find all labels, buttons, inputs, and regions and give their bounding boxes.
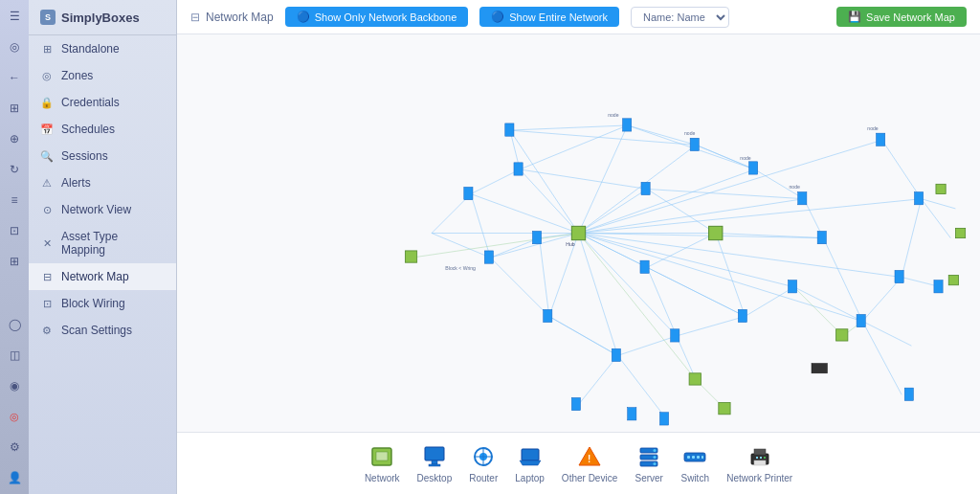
legend-item-network-printer[interactable]: Network Printer	[726, 443, 792, 483]
sidebar-item-credentials[interactable]: 🔒 Credentials	[29, 89, 176, 116]
svg-text:node: node	[608, 112, 619, 118]
svg-line-28	[823, 238, 862, 322]
list-icon[interactable]: ≡	[6, 191, 23, 209]
network-map-area[interactable]: Hub	[177, 34, 980, 432]
notification-icon[interactable]: ◎	[6, 408, 23, 425]
svg-line-0	[510, 130, 579, 233]
legend-item-other-device[interactable]: ! Other Device	[562, 443, 617, 483]
add-circle-icon[interactable]: ⊕	[6, 130, 23, 147]
svg-rect-138	[754, 449, 766, 455]
sidebar-item-alerts[interactable]: ⚠ Alerts	[29, 169, 176, 196]
sidebar-item-asset-type-mapping[interactable]: ✕ Asset Type Mapping	[29, 223, 176, 263]
svg-line-46	[745, 287, 793, 317]
save-network-map-button[interactable]: 💾 Save Network Map	[836, 7, 967, 27]
sidebar-item-scan-settings[interactable]: ⚙ Scan Settings	[29, 317, 176, 344]
svg-rect-71	[571, 226, 585, 239]
back-icon[interactable]: ←	[6, 69, 23, 86]
svg-line-12	[471, 194, 579, 234]
network-graph: Hub	[177, 34, 980, 432]
globe-icon[interactable]: ◎	[6, 38, 23, 56]
svg-line-33	[677, 316, 746, 335]
svg-rect-134	[692, 456, 695, 459]
legend-item-server[interactable]: Server	[635, 443, 663, 483]
save-icon: 💾	[848, 11, 861, 23]
svg-line-43	[520, 169, 647, 189]
black-node[interactable]	[812, 364, 827, 373]
svg-rect-77	[836, 329, 848, 341]
page-title-icon: ⊟	[190, 11, 200, 24]
legend-item-router[interactable]: Router	[469, 443, 498, 483]
svg-line-61	[794, 287, 843, 336]
book-icon[interactable]: ◫	[6, 347, 23, 364]
legend-item-desktop[interactable]: Desktop	[417, 443, 453, 483]
report-icon[interactable]: ⊡	[6, 222, 23, 239]
legend-desktop-icon	[420, 443, 449, 470]
svg-rect-136	[702, 456, 703, 459]
alerts-icon: ⚠	[40, 176, 54, 190]
hub-node-2[interactable]	[709, 226, 723, 239]
svg-line-5	[579, 234, 824, 238]
svg-text:node: node	[867, 125, 879, 131]
layers-icon[interactable]: ⊞	[6, 100, 23, 117]
svg-line-56	[490, 258, 548, 316]
name-select[interactable]: Name: Name	[631, 7, 729, 28]
legend-network-label: Network	[365, 473, 400, 483]
legend-router-label: Router	[469, 473, 498, 483]
svg-text:node: node	[684, 130, 696, 136]
legend-server-icon	[635, 443, 663, 470]
zones-icon: ◎	[40, 69, 54, 82]
sidebar-item-sessions[interactable]: 🔍 Sessions	[29, 143, 176, 169]
credentials-icon: 🔒	[40, 96, 54, 109]
main-content: ⊟ Network Map 🔵 Show Only Network Backbo…	[177, 0, 980, 494]
svg-line-58	[412, 234, 579, 258]
legend-laptop-label: Laptop	[515, 473, 545, 483]
svg-rect-102	[857, 314, 865, 326]
menu-icon[interactable]: ☰	[6, 8, 23, 25]
svg-line-30	[902, 199, 921, 278]
svg-rect-74	[405, 251, 416, 262]
sidebar-item-schedules[interactable]: 📅 Schedules	[29, 116, 176, 143]
legend-other-icon: !	[575, 443, 604, 470]
save-label: Save Network Map	[866, 11, 955, 23]
sidebar-logo[interactable]: S SimplyBoxes	[29, 0, 176, 35]
green-nodes	[405, 184, 965, 414]
sidebar-item-standalone[interactable]: ⊞ Standalone	[29, 35, 176, 62]
svg-line-37	[432, 234, 490, 258]
svg-line-23	[510, 125, 628, 130]
sidebar-item-network-map[interactable]: ⊟ Network Map	[29, 263, 176, 290]
svg-line-59	[579, 234, 697, 380]
alert-bottom-icon[interactable]: ◉	[6, 377, 23, 394]
svg-line-6	[579, 234, 794, 287]
svg-rect-81	[505, 124, 514, 136]
sidebar-item-label: Credentials	[61, 96, 120, 109]
legend-laptop-icon	[516, 443, 545, 470]
grid-icon[interactable]: ⊞	[6, 253, 23, 270]
svg-text:Hub: Hub	[566, 241, 575, 247]
user-icon[interactable]: 👤	[6, 469, 23, 486]
legend-item-switch[interactable]: Switch	[680, 443, 709, 483]
svg-line-29	[862, 278, 902, 322]
refresh-icon[interactable]: ↻	[6, 161, 23, 178]
sidebar-item-label: Network View	[61, 203, 131, 216]
svg-rect-135	[697, 456, 700, 459]
sidebar-item-block-wiring[interactable]: ⊡ Block Wiring	[29, 290, 176, 317]
show-backbone-button[interactable]: 🔵 Show Only Network Backbone	[285, 7, 469, 27]
settings-icon[interactable]: ⚙	[6, 438, 23, 456]
legend-item-laptop[interactable]: Laptop	[515, 443, 545, 483]
legend-item-network[interactable]: Network	[365, 443, 400, 483]
svg-rect-75	[689, 373, 701, 385]
show-entire-button[interactable]: 🔵 Show Entire Network	[479, 7, 619, 27]
svg-line-36	[471, 194, 490, 258]
sessions-icon: 🔍	[40, 149, 54, 163]
sidebar-item-label: Block Wiring	[61, 297, 125, 310]
chat-icon[interactable]: ◯	[6, 316, 23, 333]
sidebar-item-network-view[interactable]: ⊙ Network View	[29, 196, 176, 223]
sidebar-item-label: Scan Settings	[61, 324, 132, 337]
svg-line-13	[520, 169, 578, 234]
legend-switch-icon	[680, 443, 709, 470]
svg-rect-100	[571, 397, 580, 410]
sidebar-item-zones[interactable]: ◎ Zones	[29, 62, 176, 89]
svg-rect-101	[659, 413, 668, 425]
sidebar: S SimplyBoxes ⊞ Standalone ◎ Zones 🔒 Cre…	[29, 0, 177, 494]
svg-text:node: node	[740, 155, 751, 161]
